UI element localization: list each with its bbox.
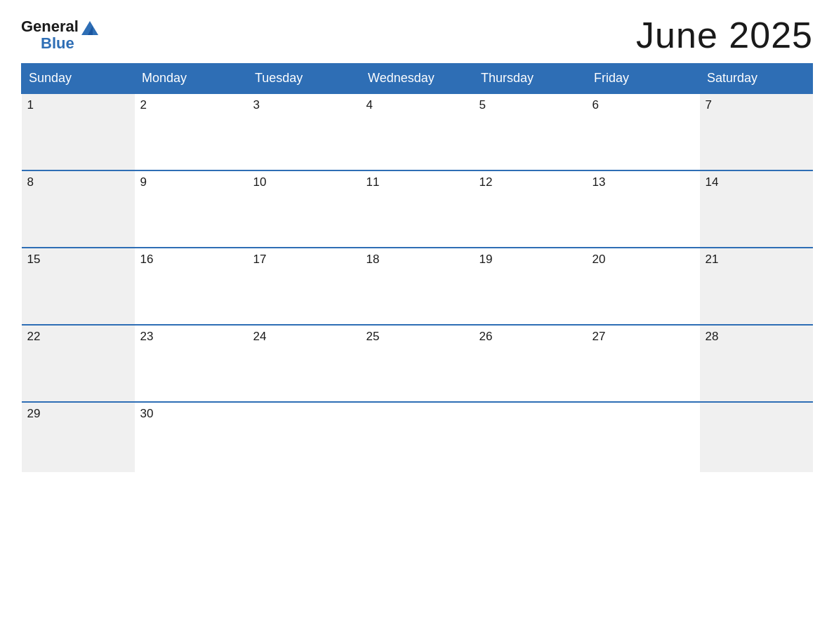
day-number: 12 xyxy=(479,175,493,189)
calendar-cell-week1-day2: 2 xyxy=(135,93,248,170)
calendar-cell-week1-day1: 1 xyxy=(22,93,135,170)
day-number: 10 xyxy=(253,175,267,189)
calendar-cell-week2-day7: 14 xyxy=(700,170,813,248)
calendar-cell-week2-day4: 11 xyxy=(361,170,474,248)
calendar-cell-week3-day5: 19 xyxy=(474,248,587,325)
day-number: 3 xyxy=(253,98,260,112)
calendar-week-5: 2930 xyxy=(22,402,813,472)
calendar-cell-week4-day2: 23 xyxy=(135,325,248,402)
day-number: 29 xyxy=(27,407,41,420)
calendar-cell-week5-day4 xyxy=(361,402,474,472)
header-wednesday: Wednesday xyxy=(361,64,474,94)
calendar-table: Sunday Monday Tuesday Wednesday Thursday… xyxy=(21,63,813,472)
calendar-cell-week4-day4: 25 xyxy=(361,325,474,402)
day-number: 8 xyxy=(27,175,34,189)
day-number: 11 xyxy=(366,175,380,189)
day-number: 24 xyxy=(253,330,267,343)
day-number: 22 xyxy=(27,330,41,343)
header-tuesday: Tuesday xyxy=(248,64,361,94)
calendar-week-2: 891011121314 xyxy=(22,170,813,248)
logo-triangle-icon xyxy=(81,21,98,35)
calendar-cell-week2-day6: 13 xyxy=(587,170,700,248)
day-number: 26 xyxy=(479,330,493,343)
calendar-cell-week2-day5: 12 xyxy=(474,170,587,248)
header-sunday: Sunday xyxy=(22,64,135,94)
calendar-cell-week5-day3 xyxy=(248,402,361,472)
calendar-cell-week5-day7 xyxy=(700,402,813,472)
calendar-cell-week4-day5: 26 xyxy=(474,325,587,402)
calendar-week-1: 1234567 xyxy=(22,93,813,170)
calendar-cell-week2-day1: 8 xyxy=(22,170,135,248)
calendar-cell-week4-day1: 22 xyxy=(22,325,135,402)
header-monday: Monday xyxy=(135,64,248,94)
calendar-cell-week3-day6: 20 xyxy=(587,248,700,325)
day-number: 5 xyxy=(479,98,486,112)
calendar-cell-week5-day6 xyxy=(587,402,700,472)
logo-general-text: General xyxy=(21,18,79,35)
calendar-week-4: 22232425262728 xyxy=(22,325,813,402)
calendar-cell-week4-day7: 28 xyxy=(700,325,813,402)
day-number: 28 xyxy=(706,330,719,343)
calendar-cell-week3-day4: 18 xyxy=(361,248,474,325)
calendar-cell-week5-day5 xyxy=(474,402,587,472)
day-number: 20 xyxy=(593,253,606,266)
day-number: 23 xyxy=(140,330,154,343)
calendar-week-3: 15161718192021 xyxy=(22,248,813,325)
day-number: 19 xyxy=(479,253,493,266)
header-thursday: Thursday xyxy=(474,64,587,94)
month-title: June 2025 xyxy=(636,14,813,56)
calendar-cell-week1-day7: 7 xyxy=(700,93,813,170)
day-number: 1 xyxy=(27,98,34,112)
page-header: General Blue June 2025 xyxy=(21,14,813,56)
calendar-cell-week5-day1: 29 xyxy=(22,402,135,472)
day-number: 17 xyxy=(253,253,267,266)
day-number: 25 xyxy=(366,330,380,343)
day-number: 27 xyxy=(593,330,606,343)
calendar-cell-week5-day2: 30 xyxy=(135,402,248,472)
calendar-cell-week1-day3: 3 xyxy=(248,93,361,170)
day-number: 9 xyxy=(140,175,147,189)
day-number: 4 xyxy=(366,98,373,112)
header-friday: Friday xyxy=(587,64,700,94)
day-number: 6 xyxy=(593,98,599,112)
logo-text: General Blue xyxy=(21,18,98,52)
day-number: 13 xyxy=(593,175,606,189)
day-number: 18 xyxy=(366,253,380,266)
calendar-cell-week2-day2: 9 xyxy=(135,170,248,248)
calendar-cell-week1-day4: 4 xyxy=(361,93,474,170)
calendar-cell-week3-day1: 15 xyxy=(22,248,135,325)
calendar-header: Sunday Monday Tuesday Wednesday Thursday… xyxy=(22,64,813,94)
calendar-cell-week4-day3: 24 xyxy=(248,325,361,402)
day-number: 30 xyxy=(140,407,154,420)
calendar-cell-week3-day7: 21 xyxy=(700,248,813,325)
day-number: 7 xyxy=(706,98,712,112)
logo-blue-text: Blue xyxy=(41,35,98,52)
calendar-cell-week1-day6: 6 xyxy=(587,93,700,170)
calendar-cell-week3-day2: 16 xyxy=(135,248,248,325)
day-number: 21 xyxy=(706,253,719,266)
day-number: 2 xyxy=(140,98,147,112)
calendar-cell-week3-day3: 17 xyxy=(248,248,361,325)
days-of-week-row: Sunday Monday Tuesday Wednesday Thursday… xyxy=(22,64,813,94)
day-number: 16 xyxy=(140,253,154,266)
day-number: 15 xyxy=(27,253,41,266)
logo-general: General xyxy=(21,18,98,35)
day-number: 14 xyxy=(706,175,719,189)
calendar-cell-week2-day3: 10 xyxy=(248,170,361,248)
header-saturday: Saturday xyxy=(700,64,813,94)
calendar-body: 1234567891011121314151617181920212223242… xyxy=(22,93,813,472)
logo: General Blue xyxy=(21,18,98,52)
calendar-cell-week4-day6: 27 xyxy=(587,325,700,402)
calendar-cell-week1-day5: 5 xyxy=(474,93,587,170)
